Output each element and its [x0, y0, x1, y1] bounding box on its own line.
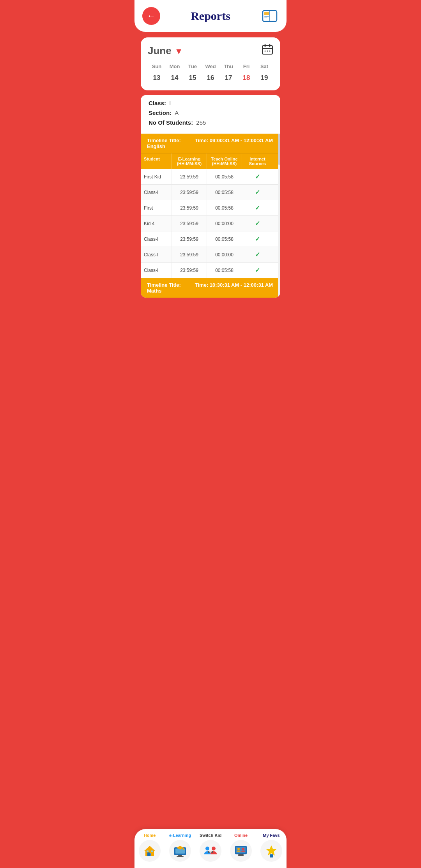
- cell-internet: ✓: [242, 247, 273, 262]
- calendar-card: June ▼ Sun Mon: [141, 37, 280, 90]
- check-icon: ✓: [255, 266, 260, 274]
- main-content: June ▼ Sun Mon: [134, 32, 287, 346]
- section-label: Section:: [149, 109, 172, 116]
- col-teach-online: Teach Online (HH:MM:SS): [207, 153, 242, 169]
- svg-point-9: [265, 51, 266, 52]
- cell-elearning: 23:59:59: [172, 200, 207, 215]
- cell-internet: ✓: [242, 200, 273, 215]
- cell-internet: ✓: [242, 231, 273, 247]
- day-mon: Mon: [166, 63, 184, 70]
- check-icon: ✓: [255, 189, 260, 196]
- report-card: Class: I Section: A No Of Students: 255: [141, 95, 280, 298]
- cell-student: Kid 4: [141, 216, 172, 231]
- page-title: Reports: [191, 9, 230, 23]
- week-dates-row: 13 14 15 16 17 18 19: [148, 72, 273, 83]
- section-row: Section: A: [149, 109, 272, 116]
- timeline1-header: Timeline Title: English Time: 09:00:31 A…: [141, 134, 280, 153]
- background-area: June ▼ Sun Mon: [134, 32, 287, 307]
- students-value: 255: [196, 119, 206, 126]
- cell-elearning: 23:59:59: [172, 247, 207, 262]
- cell-internet: ✓: [242, 169, 273, 184]
- svg-rect-1: [264, 12, 269, 15]
- class-info-section: Class: I Section: A No Of Students: 255: [141, 95, 280, 134]
- date-14[interactable]: 14: [166, 72, 184, 83]
- col-internet-sources: Internet Sources: [242, 153, 273, 169]
- day-sat: Sat: [255, 63, 273, 70]
- students-row: No Of Students: 255: [149, 119, 272, 126]
- cell-teach-online: 00:05:58: [207, 200, 242, 215]
- back-arrow-icon: ←: [147, 11, 156, 21]
- class-row: Class: I: [149, 100, 272, 106]
- check-icon: ✓: [255, 235, 260, 243]
- table-row: First 23:59:59 00:05:58 ✓ ✓ ✓: [141, 200, 280, 216]
- table-sub-header: Student E-Learning (HH:MM:SS) Teach Onli…: [141, 153, 280, 169]
- class-value: I: [169, 100, 171, 106]
- month-name: June: [148, 45, 172, 57]
- scrollbar[interactable]: [278, 134, 280, 298]
- app-header: ← Reports: [134, 0, 287, 32]
- date-19[interactable]: 19: [255, 72, 273, 83]
- svg-point-10: [267, 51, 268, 52]
- cell-elearning: 23:59:59: [172, 185, 207, 200]
- col-student: Student: [141, 153, 172, 169]
- date-15[interactable]: 15: [184, 72, 202, 83]
- date-13[interactable]: 13: [148, 72, 166, 83]
- cell-student: First: [141, 200, 172, 215]
- date-18-today[interactable]: 18: [237, 72, 255, 83]
- table-row: Class-I 23:59:59 00:05:58 ✓ ✓ ✓: [141, 263, 280, 278]
- table-row: Class-I 23:59:59 00:05:58 ✓ ✓ ✓: [141, 185, 280, 200]
- timeline2-time: Time: 10:30:31 AM - 12:00:31 AM: [195, 282, 273, 294]
- date-17[interactable]: 17: [219, 72, 237, 83]
- table-data-rows: First Kid 23:59:59 00:05:58 ✓ ✓ ✓ Class-…: [141, 169, 280, 278]
- cell-elearning: 23:59:59: [172, 231, 207, 247]
- timeline2-title: Timeline Title: Maths: [144, 282, 195, 294]
- weekday-labels: Sun Mon Tue Wed Thu Fri Sat: [148, 63, 273, 70]
- month-row: June ▼: [148, 44, 273, 58]
- check-icon: ✓: [255, 204, 260, 212]
- day-tue: Tue: [184, 63, 202, 70]
- cell-student: Class-I: [141, 231, 172, 247]
- timeline2-header: Timeline Title: Maths Time: 10:30:31 AM …: [141, 278, 280, 298]
- cell-student: First Kid: [141, 169, 172, 184]
- cell-student: Class-I: [141, 247, 172, 262]
- day-fri: Fri: [237, 63, 255, 70]
- check-icon: ✓: [255, 251, 260, 258]
- cell-student: Class-I: [141, 185, 172, 200]
- cell-teach-online: 00:00:00: [207, 216, 242, 231]
- svg-rect-5: [262, 46, 272, 54]
- table-row: Class-I 23:59:59 00:00:00 ✓ ✓ ✓: [141, 247, 280, 263]
- students-label: No Of Students:: [149, 119, 193, 126]
- cell-teach-online: 00:05:58: [207, 185, 242, 200]
- back-button[interactable]: ←: [142, 7, 160, 25]
- month-chevron-icon: ▼: [175, 46, 183, 56]
- cell-teach-online: 00:05:58: [207, 263, 242, 278]
- scrollbar-thumb: [278, 134, 280, 165]
- table-row: First Kid 23:59:59 00:05:58 ✓ ✓ ✓: [141, 169, 280, 185]
- book-icon[interactable]: [261, 7, 279, 25]
- cell-internet: ✓: [242, 216, 273, 231]
- month-selector[interactable]: June ▼: [148, 45, 183, 57]
- calendar-icon[interactable]: [262, 44, 273, 58]
- timeline1-title: Timeline Title: English: [144, 138, 195, 149]
- cell-internet: ✓: [242, 185, 273, 200]
- day-wed: Wed: [202, 63, 219, 70]
- table-row: Class-I 23:59:59 00:05:58 ✓ ✓ ✓: [141, 231, 280, 247]
- check-icon: ✓: [255, 220, 260, 227]
- table-row: Kid 4 23:59:59 00:00:00 ✓ ✓ ✓: [141, 216, 280, 231]
- col-elearning: E-Learning (HH:MM:SS): [172, 153, 207, 169]
- cell-teach-online: 00:05:58: [207, 169, 242, 184]
- cell-elearning: 23:59:59: [172, 169, 207, 184]
- section-value: A: [175, 109, 179, 116]
- cell-teach-online: 00:05:58: [207, 231, 242, 247]
- cell-elearning: 23:59:59: [172, 216, 207, 231]
- check-icon: ✓: [255, 173, 260, 180]
- svg-rect-3: [264, 18, 267, 18]
- cell-teach-online: 00:00:00: [207, 247, 242, 262]
- class-label: Class:: [149, 100, 166, 106]
- day-thu: Thu: [219, 63, 237, 70]
- svg-rect-2: [264, 16, 269, 17]
- day-sun: Sun: [148, 63, 166, 70]
- cell-internet: ✓: [242, 263, 273, 278]
- date-16[interactable]: 16: [202, 72, 219, 83]
- cell-student: Class-I: [141, 263, 172, 278]
